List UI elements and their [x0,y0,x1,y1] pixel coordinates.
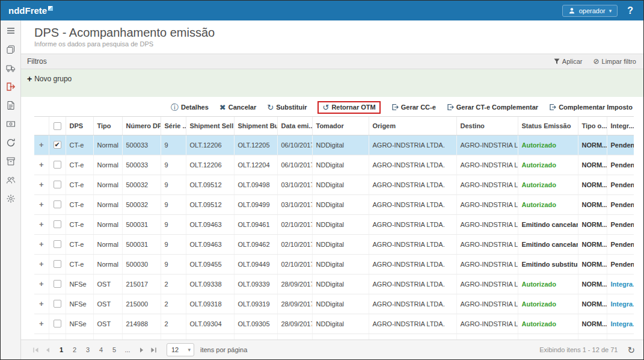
row-checkbox[interactable] [54,200,61,208]
table-row[interactable]: + NFSe OST 214988 2 OLT.09304 OLT.09305 … [34,314,634,334]
page-button-1[interactable]: 1 [55,344,68,355]
cell-dps: CT-e [66,194,93,214]
cell-origem: AGRO-INDSTRIA LTDA. [369,155,456,175]
refresh-money-icon[interactable] [5,137,16,147]
header-destino[interactable]: Destino [456,117,518,135]
users-icon[interactable] [5,175,16,185]
row-expand-button[interactable]: + [34,194,49,214]
cell-shipment-buy: OLT.12205 [234,135,277,155]
gerar-cce-button[interactable]: Gerar CC-e [391,104,436,111]
header-dps[interactable]: DPS [66,117,93,135]
export-icon [549,104,556,111]
page-button-3[interactable]: 3 [81,344,94,355]
row-expand-button[interactable]: + [34,294,49,314]
prev-page-button[interactable] [41,344,54,356]
cell-tipo: Normal [93,254,122,274]
table-row[interactable]: + CT-e Normal 500031 9 OLT.09463 OLT.094… [34,214,634,234]
cell-data-emissao: 28/09/2017 [277,274,312,294]
row-checkbox[interactable] [54,181,61,188]
row-expand-button[interactable]: + [34,314,49,334]
header-serie[interactable]: Série ... [161,117,186,135]
row-expand-button[interactable]: + [34,234,49,254]
table-row[interactable]: + NFSe OST 215000 2 OLT.09318 OLT.09319 … [34,294,634,314]
select-all-checkbox[interactable] [54,122,61,130]
table-row[interactable]: + CT-e Normal 500032 9 OLT.09512 OLT.094… [34,175,634,194]
header-integr[interactable]: Integr... [607,117,634,135]
next-page-button[interactable] [135,344,147,356]
row-expand-button[interactable]: + [34,175,49,194]
table-row[interactable]: + CT-e Normal 500033 9 OLT.12206 OLT.122… [34,155,634,175]
brand-logo[interactable]: nddFrete [8,5,53,16]
per-page-label: itens por página [200,346,247,353]
header-shipment-buy[interactable]: Shipment Buy [234,117,277,135]
page-button-2[interactable]: 2 [68,344,81,355]
row-checkbox[interactable] [54,220,61,228]
cell-numero-dps: 214988 [122,314,161,334]
complementar-imposto-button[interactable]: Complementar Imposto [549,104,633,111]
help-button[interactable]: ? [625,5,635,16]
cell-serie: 9 [161,254,186,274]
row-expand-button[interactable]: + [34,214,49,234]
page-size-dropdown[interactable]: 12 ▾ [167,343,194,356]
row-checkbox[interactable] [54,300,61,308]
new-group-button[interactable]: + Novo grupo [27,75,72,83]
header-data-emissao[interactable]: Data emi... [277,117,312,135]
row-expand-button[interactable]: + [34,155,49,175]
table-row[interactable]: + CT-e Normal 500031 9 OLT.09463 OLT.094… [34,234,634,254]
header-tomador[interactable]: Tomador [312,117,369,135]
cell-shipment-sell: OLT.09463 [186,234,234,254]
table-row[interactable]: + NFSe OST 215017 2 OLT.09338 OLT.09339 … [34,274,634,294]
last-page-button[interactable] [147,344,159,356]
cell-data-emissao: 03/10/2017 [277,194,312,214]
row-checkbox[interactable] [54,320,61,327]
table-row[interactable]: + CT-e Normal 500033 9 OLT.12206 OLT.122… [34,135,634,155]
dps-exit-icon[interactable] [5,81,16,92]
row-checkbox[interactable] [54,280,61,288]
first-page-button[interactable] [29,344,41,356]
header-tipo-o[interactable]: Tipo o... [578,117,607,135]
cell-shipment-buy: OLT.09498 [234,175,277,194]
row-checkbox[interactable] [54,240,61,248]
header-origem[interactable]: Origem [369,117,456,135]
truck-icon[interactable] [5,63,16,73]
user-menu-button[interactable]: operador ▾ [562,5,618,17]
menu-icon[interactable] [5,25,16,36]
page-button-4[interactable]: 4 [94,344,108,355]
retornar-otm-button[interactable]: ↺ Retornar OTM [317,101,380,114]
detalhes-button[interactable]: ⓘ Detalhes [171,104,209,111]
cell-tipo: Normal [93,214,122,234]
apply-filter-button[interactable]: Aplicar [554,58,583,65]
header-status-emissao[interactable]: Status Emissão [518,117,578,135]
info-icon: ⓘ [171,104,179,111]
header-shipment-sell[interactable]: Shipment Sell [186,117,234,135]
table-row[interactable]: + CT-e Normal 500032 9 OLT.09512 OLT.094… [34,194,634,214]
table-row[interactable]: + CT-e Normal 500030 9 OLT.09455 OLT.094… [34,254,634,274]
cell-dps: NFSe [66,274,93,294]
cell-tomador: NDDigital [312,254,369,274]
document-icon[interactable] [5,100,16,110]
cell-dps: CT-e [66,254,93,274]
header-numero-dps[interactable]: Número DPS [122,117,161,135]
row-checkbox[interactable] [54,161,61,169]
row-expand-button[interactable]: + [34,254,49,274]
archive-icon[interactable] [5,156,16,166]
row-expand-button[interactable]: + [34,274,49,294]
filter-group-panel: + Novo grupo [21,69,643,97]
settings-icon[interactable] [5,193,16,203]
row-checkbox[interactable] [54,141,61,149]
header-tipo[interactable]: Tipo [93,117,122,135]
gerar-cte-complementar-button[interactable]: Gerar CT-e Complementar [447,104,538,111]
more-pages-button[interactable]: ... [121,344,134,355]
refresh-grid-icon[interactable]: ↻ [627,346,635,355]
clear-filter-button[interactable]: ⊘ Limpar filtro [593,58,636,65]
row-checkbox[interactable] [54,260,61,268]
substituir-button[interactable]: ↻ Substituir [267,104,307,111]
pages-icon[interactable] [5,44,16,54]
money-icon[interactable] [5,119,16,129]
page-button-5[interactable]: 5 [108,344,121,355]
pager: 12345... 12 ▾ itens por página Exibindo … [21,340,643,359]
row-expand-button[interactable]: + [34,135,49,155]
cell-shipment-buy: OLT.12204 [234,155,277,175]
cancelar-button[interactable]: ✖ Cancelar [219,104,256,111]
cell-integr: Penden... [607,175,634,194]
